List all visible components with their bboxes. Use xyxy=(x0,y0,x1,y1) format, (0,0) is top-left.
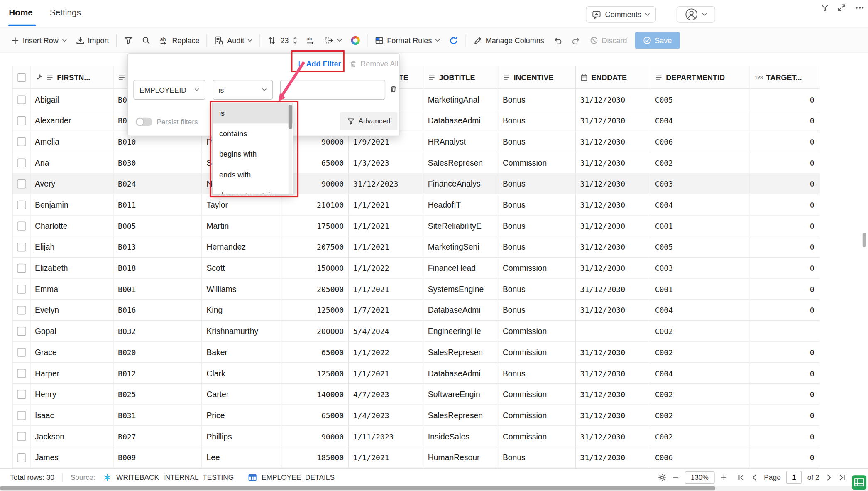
filter-column-select[interactable]: EMPLOYEEID xyxy=(133,80,205,100)
filter-button[interactable] xyxy=(120,32,137,49)
cell-startdate[interactable]: 1/11/2023 xyxy=(349,426,423,447)
cell-enddate[interactable]: 31/12/2030 xyxy=(576,426,650,447)
row-checkbox[interactable] xyxy=(17,95,26,104)
cell-target[interactable]: 0 xyxy=(750,216,819,236)
cell-jobtitle[interactable]: SystemsEngine xyxy=(423,279,498,299)
audit-button[interactable]: Audit xyxy=(210,32,257,49)
cell-incentive[interactable]: Bonus xyxy=(498,110,576,130)
cell-target[interactable]: 0 xyxy=(750,194,819,215)
cell-incentive[interactable]: Commission xyxy=(498,384,576,404)
cell-lastname[interactable]: Lee xyxy=(202,447,282,467)
cell-employeeid[interactable]: B024 xyxy=(113,173,202,194)
cell-incentive[interactable]: Bonus xyxy=(498,447,576,467)
cell-startdate[interactable]: 1/1/2021 xyxy=(349,363,423,383)
cell-employeeid[interactable]: B025 xyxy=(113,384,202,404)
pagination-last-icon[interactable] xyxy=(838,474,846,481)
cell-employeeid[interactable]: B030 xyxy=(113,152,202,173)
zoom-out-icon[interactable] xyxy=(672,474,679,481)
cell-incentive[interactable]: Commission xyxy=(498,321,576,341)
row-checkbox[interactable] xyxy=(17,411,26,420)
settings-gear-icon[interactable] xyxy=(658,473,666,481)
row-checkbox[interactable] xyxy=(17,263,26,272)
page-input[interactable] xyxy=(786,471,802,484)
cell-departmentid[interactable]: C004 xyxy=(650,110,750,130)
pagination-first-icon[interactable] xyxy=(737,474,745,481)
cell-firstname[interactable]: Benjamin xyxy=(30,194,113,215)
cell-departmentid[interactable]: C002 xyxy=(650,405,750,425)
cell-enddate[interactable]: 31/12/2030 xyxy=(576,216,650,236)
cell-enddate[interactable]: 31/12/2030 xyxy=(576,447,650,467)
table-row[interactable]: Elijah B013 Hernandez 207500 1/1/2021 Ma… xyxy=(12,236,820,258)
cell-enddate[interactable]: 31/12/2030 xyxy=(576,110,650,130)
table-row[interactable]: Benjamin B011 Taylor 210100 1/1/2021 Hea… xyxy=(12,194,820,216)
cell-departmentid[interactable]: C002 xyxy=(650,152,750,173)
cell-incentive[interactable]: Bonus xyxy=(498,194,576,215)
cell-departmentid[interactable]: C004 xyxy=(650,363,750,383)
cell-salary[interactable]: 65000 xyxy=(282,405,349,425)
cell-enddate[interactable]: 31/12/2030 xyxy=(576,152,650,173)
cell-firstname[interactable]: Gopal xyxy=(30,321,113,341)
cell-salary[interactable]: 140000 xyxy=(282,384,349,404)
cell-employeeid[interactable]: B016 xyxy=(113,300,202,320)
cell-firstname[interactable]: Abigail xyxy=(30,89,113,110)
cell-lastname[interactable]: Taylor xyxy=(202,194,282,215)
cell-enddate[interactable]: 31/12/2030 xyxy=(576,405,650,425)
expand-icon[interactable] xyxy=(837,3,846,12)
sheet-corner-icon[interactable] xyxy=(851,475,867,490)
column-header-incentive[interactable]: INCENTIVE xyxy=(498,66,576,88)
cell-incentive[interactable]: Commission xyxy=(498,342,576,362)
comments-button[interactable]: Comments xyxy=(586,6,656,23)
vertical-scrollbar[interactable] xyxy=(863,233,866,247)
pagination-next-icon[interactable] xyxy=(825,474,833,481)
cell-jobtitle[interactable]: HRAnalyst xyxy=(423,131,498,152)
zoom-level[interactable]: 130% xyxy=(685,471,715,483)
cell-lastname[interactable]: Price xyxy=(202,405,282,425)
table-row[interactable]: Aria B030 S 65000 1/3/2023 SalesRepresen… xyxy=(12,152,820,174)
more-icon[interactable] xyxy=(855,3,865,12)
cell-employeeid[interactable]: B027 xyxy=(113,426,202,447)
table-row[interactable]: Emma B001 Williams 205000 1/1/2021 Syste… xyxy=(12,279,820,300)
cell-incentive[interactable]: Bonus xyxy=(498,131,576,152)
cell-startdate[interactable]: 4/7/2023 xyxy=(349,384,423,404)
cell-departmentid[interactable]: C006 xyxy=(650,447,750,467)
cell-incentive[interactable]: Bonus xyxy=(498,173,576,194)
table-row[interactable]: Jackson B027 Phillips 90000 1/11/2023 In… xyxy=(12,426,820,447)
zoom-in-icon[interactable] xyxy=(720,474,727,481)
cell-firstname[interactable]: Evelyn xyxy=(30,300,113,320)
column-header-target[interactable]: 123 TARGET... xyxy=(750,66,819,88)
cell-startdate[interactable]: 1/1/2021 xyxy=(349,216,423,236)
cell-salary[interactable]: 207500 xyxy=(282,236,349,257)
cell-startdate[interactable]: 1/4/2023 xyxy=(349,405,423,425)
cell-lastname[interactable]: Krishnamurthy xyxy=(202,321,282,341)
row-checkbox[interactable] xyxy=(17,116,26,125)
cell-departmentid[interactable]: C002 xyxy=(650,342,750,362)
cell-startdate[interactable]: 1/7/2021 xyxy=(349,300,423,320)
cell-salary[interactable]: 205000 xyxy=(282,279,349,299)
cell-jobtitle[interactable]: SiteReliabilityE xyxy=(423,216,498,236)
save-button[interactable]: Save xyxy=(635,32,680,49)
cell-enddate[interactable]: 31/12/2030 xyxy=(576,342,650,362)
row-checkbox[interactable] xyxy=(17,285,26,293)
row-checkbox[interactable] xyxy=(17,305,26,314)
operator-option[interactable]: contains xyxy=(213,123,293,144)
cell-enddate[interactable]: 31/12/2030 xyxy=(576,279,650,299)
cell-incentive[interactable]: Bonus xyxy=(498,89,576,110)
cell-firstname[interactable]: Emma xyxy=(30,279,113,299)
cell-departmentid[interactable]: C004 xyxy=(650,194,750,215)
text-wrap-button[interactable]: ab xyxy=(302,32,320,49)
operator-option[interactable]: ends with xyxy=(213,164,293,185)
cell-target[interactable]: 0 xyxy=(750,447,819,467)
cell-target[interactable]: 0 xyxy=(750,110,819,130)
cell-employeeid[interactable]: B020 xyxy=(113,342,202,362)
cell-employeeid[interactable]: B031 xyxy=(113,405,202,425)
cell-firstname[interactable]: Isaac xyxy=(30,405,113,425)
cell-departmentid[interactable]: C006 xyxy=(650,131,750,152)
cell-lastname[interactable]: Carter xyxy=(202,384,282,404)
cell-enddate[interactable]: 31/12/2030 xyxy=(576,236,650,257)
table-row[interactable]: Evelyn B016 King 125000 1/7/2021 Databas… xyxy=(12,300,820,321)
dropdown-scrollbar-thumb[interactable] xyxy=(289,105,292,129)
table-row[interactable]: Avery B024 N 90000 31/12/2023 FinanceAna… xyxy=(12,173,820,194)
cell-salary[interactable]: 200000 xyxy=(282,321,349,341)
table-row[interactable]: Harper B012 Clark 125000 1/1/2021 Databa… xyxy=(12,363,820,384)
advanced-filter-button[interactable]: Advanced xyxy=(340,112,398,130)
